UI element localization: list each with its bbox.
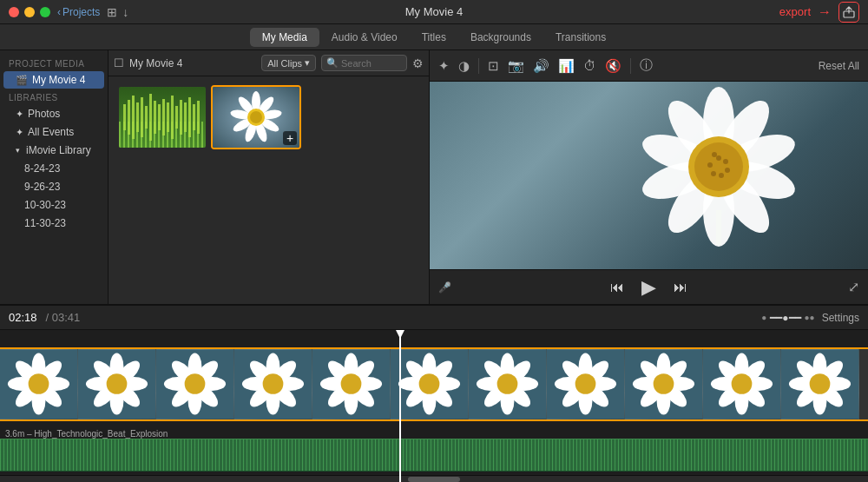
zoom-out-icon: ● xyxy=(761,313,766,322)
timeline-scrollbar[interactable] xyxy=(0,475,868,482)
sidebar-item-photos[interactable]: ✦ Photos xyxy=(3,105,104,122)
plus-icon: ✦ xyxy=(16,109,23,120)
svg-rect-11 xyxy=(167,102,169,132)
preview-panel: ✦ ◑ ⊡ 📷 🔊 📊 ⏱ 🔇 ⓘ Reset All xyxy=(430,50,868,304)
svg-rect-17 xyxy=(193,104,195,130)
track-frame-5 xyxy=(312,349,391,419)
scrollbar-thumb[interactable] xyxy=(408,477,460,482)
media-panel: ☐ My Movie 4 All Clips ▾ 🔍 ⚙ xyxy=(108,50,430,304)
sidebar-item-8-24-23[interactable]: 8-24-23 xyxy=(3,160,104,177)
clips-dropdown[interactable]: All Clips ▾ xyxy=(261,55,316,71)
export-button[interactable] xyxy=(838,2,859,23)
svg-rect-3 xyxy=(132,96,135,139)
zoom-slider[interactable]: ━━●━━ xyxy=(770,312,800,324)
svg-rect-5 xyxy=(141,97,143,137)
back-button[interactable]: ‹ Projects xyxy=(57,6,100,18)
svg-rect-18 xyxy=(197,101,200,134)
svg-rect-7 xyxy=(149,94,152,141)
total-timecode: / 03:41 xyxy=(46,311,81,324)
wand-icon[interactable]: ✦ xyxy=(438,58,450,74)
search-box[interactable]: 🔍 xyxy=(321,55,407,71)
plus-icon-events: ✦ xyxy=(16,127,23,138)
close-button[interactable] xyxy=(9,7,19,17)
search-input[interactable] xyxy=(341,58,402,69)
track-frame-11 xyxy=(781,349,859,419)
sidebar-item-all-events[interactable]: ✦ All Events xyxy=(3,123,104,141)
grid-view-button[interactable]: ⊞ xyxy=(107,5,117,19)
speed-icon[interactable]: ⏱ xyxy=(583,58,596,73)
track-frame-3 xyxy=(156,349,234,419)
camera-icon[interactable]: 📷 xyxy=(508,58,524,74)
graph-icon[interactable]: 📊 xyxy=(558,58,575,74)
svg-point-60 xyxy=(29,373,49,394)
skip-forward-button[interactable]: ⏭ xyxy=(674,280,687,295)
svg-rect-8 xyxy=(154,101,156,134)
checkbox-icon: ☐ xyxy=(114,56,124,69)
project-media-section: PROJECT MEDIA xyxy=(0,56,108,70)
svg-rect-10 xyxy=(162,99,165,135)
sort-button[interactable]: ↓ xyxy=(122,5,128,19)
tab-backgrounds[interactable]: Backgrounds xyxy=(458,28,543,47)
titlebar: ‹ Projects ⊞ ↓ My Movie 4 export → xyxy=(0,0,868,24)
export-label: export xyxy=(779,5,811,18)
svg-point-45 xyxy=(723,159,728,164)
thumbnail-green-clip[interactable] xyxy=(117,85,207,149)
track-frame-8 xyxy=(547,349,625,419)
add-clip-button[interactable]: + xyxy=(283,131,297,145)
thumbnail-daisy-clip[interactable]: + xyxy=(211,85,301,149)
reset-all-button[interactable]: Reset All xyxy=(819,60,859,72)
timeline-track-area[interactable]: 3.6m – High_Technologic_Beat_Explosion xyxy=(0,330,868,482)
tab-titles[interactable]: Titles xyxy=(410,28,458,47)
settings-button[interactable]: Settings xyxy=(822,312,859,324)
chevron-down-icon: ▾ xyxy=(305,57,310,69)
tab-my-media[interactable]: My Media xyxy=(250,28,319,47)
media-panel-title: My Movie 4 xyxy=(129,57,256,69)
titlebar-right: export → xyxy=(779,2,868,23)
playhead[interactable] xyxy=(399,330,401,482)
info-icon[interactable]: ⓘ xyxy=(640,57,653,74)
triangle-icon: ▾ xyxy=(16,146,20,155)
sidebar-item-imovie-library[interactable]: ▾ iMovie Library xyxy=(3,142,104,159)
minimize-button[interactable] xyxy=(24,7,35,17)
svg-rect-6 xyxy=(145,106,148,129)
waveform-visual xyxy=(119,87,206,148)
sidebar-item-11-30-23[interactable]: 11-30-23 xyxy=(3,215,104,232)
zoom-control[interactable]: ● ━━●━━ ●● xyxy=(761,312,814,324)
skip-back-button[interactable]: ⏮ xyxy=(610,280,624,295)
settings-icon[interactable]: ⚙ xyxy=(412,56,424,70)
audio-track xyxy=(0,439,868,472)
preview-video xyxy=(430,82,868,269)
svg-rect-16 xyxy=(188,97,191,137)
maximize-button[interactable] xyxy=(40,7,50,17)
svg-point-90 xyxy=(263,373,284,394)
color-icon[interactable]: ◑ xyxy=(458,58,470,74)
toolbar-divider xyxy=(478,58,479,74)
play-button[interactable]: ▶ xyxy=(641,276,656,299)
sidebar-item-10-30-23[interactable]: 10-30-23 xyxy=(3,196,104,214)
audio-icon[interactable]: 🔊 xyxy=(533,58,549,74)
film-icon: 🎬 xyxy=(16,75,28,86)
traffic-lights xyxy=(0,7,50,17)
tab-audio-video[interactable]: Audio & Video xyxy=(319,28,410,47)
thumbnails-area: + xyxy=(108,76,429,158)
track-frame-10 xyxy=(703,349,781,419)
fullscreen-button[interactable]: ⤢ xyxy=(848,279,859,295)
svg-point-130 xyxy=(575,373,596,394)
track-frame-7 xyxy=(469,349,547,419)
svg-point-100 xyxy=(341,373,362,394)
noise-icon[interactable]: 🔇 xyxy=(605,58,621,74)
track-frame-6 xyxy=(391,349,469,419)
sidebar-item-9-26-23[interactable]: 9-26-23 xyxy=(3,178,104,195)
svg-point-140 xyxy=(654,373,674,394)
svg-point-110 xyxy=(419,373,440,394)
sidebar-item-my-movie[interactable]: 🎬 My Movie 4 xyxy=(3,71,104,89)
svg-point-70 xyxy=(107,373,128,394)
svg-point-49 xyxy=(707,162,713,168)
track-frame-1 xyxy=(0,349,78,419)
track-frame-9 xyxy=(625,349,703,419)
microphone-icon[interactable]: 🎤 xyxy=(438,281,451,294)
crop-icon[interactable]: ⊡ xyxy=(488,58,499,74)
timeline-controls-right: ● ━━●━━ ●● Settings xyxy=(761,312,859,324)
tab-transitions[interactable]: Transitions xyxy=(543,28,618,47)
track-frame-4 xyxy=(234,349,312,419)
